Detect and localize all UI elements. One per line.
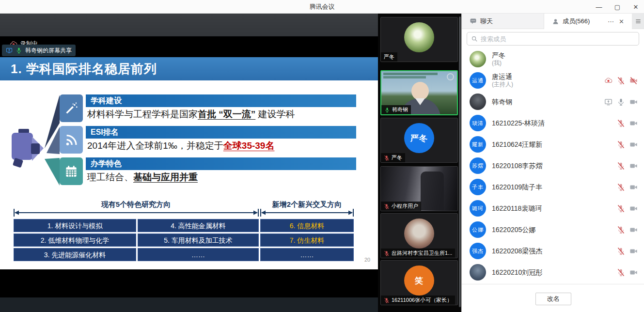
section-body-segment: 首批 “双一流” bbox=[198, 109, 255, 119]
member-row[interactable]: 严冬(我) bbox=[462, 48, 644, 70]
video-tile[interactable]: 严冬 bbox=[380, 17, 458, 62]
section-header: 学科建设 bbox=[86, 94, 356, 107]
cam-on-icon bbox=[629, 268, 638, 277]
panel-menu-button[interactable] bbox=[632, 14, 644, 29]
mic-muted-icon bbox=[617, 247, 625, 255]
video-tile[interactable]: 岔路河村李宝昌卫生所1... bbox=[380, 213, 458, 258]
cam-on-icon bbox=[629, 226, 638, 234]
member-row[interactable]: 运通唐运通(主持人) bbox=[462, 70, 644, 91]
section-body-segment: 建设学科 bbox=[255, 109, 295, 119]
tab-chat[interactable]: 聊天 bbox=[462, 14, 544, 29]
virtual-background-text bbox=[383, 73, 438, 75]
mic-muted-icon bbox=[617, 204, 625, 213]
table-cell: 1. 材料设计与模拟 bbox=[14, 219, 136, 232]
video-tile[interactable]: 小程序用户 bbox=[380, 166, 458, 211]
member-status-icons bbox=[617, 204, 638, 213]
members-panel: 聊天 成员(566) ⋯ ✕ 严冬(我)运通唐运通(主持人)韩奇钢琰清16210… bbox=[461, 14, 644, 312]
member-row[interactable]: 璐珂16220118裴璐珂 bbox=[462, 198, 644, 219]
shared-screen-bottom-band bbox=[0, 269, 378, 312]
close-icon[interactable]: ✕ bbox=[631, 2, 640, 11]
member-name: 16220205公娜 bbox=[492, 226, 617, 234]
video-tile[interactable]: 笑16211006张小可（家长） bbox=[380, 260, 458, 305]
video-tile[interactable]: 韩奇钢 bbox=[380, 70, 458, 115]
member-texts: 16220205公娜 bbox=[492, 226, 617, 234]
section-body-segment: 基础与应用并重 bbox=[133, 172, 198, 182]
member-row[interactable]: 强杰16220208梁强杰 bbox=[462, 240, 644, 262]
member-row[interactable]: 16220210刘冠彤 bbox=[462, 262, 644, 283]
mic-icon bbox=[384, 107, 390, 113]
mic-muted-icon bbox=[384, 297, 390, 303]
screen-share-label: 韩奇钢的屏幕共享 bbox=[25, 47, 72, 55]
avatar bbox=[404, 218, 434, 249]
cam-on-icon bbox=[629, 140, 638, 149]
member-search-input[interactable] bbox=[481, 35, 635, 43]
maximize-icon[interactable]: ▢ bbox=[613, 2, 622, 11]
slide-page-number: 20 bbox=[364, 257, 370, 263]
cam-on-icon bbox=[629, 119, 638, 127]
section-header: ESI排名 bbox=[86, 126, 356, 139]
section-header: 办学特色 bbox=[86, 157, 356, 170]
avatar bbox=[470, 264, 486, 281]
member-texts: 16220118裴璐珂 bbox=[492, 204, 617, 213]
member-texts: 严冬(我) bbox=[492, 51, 638, 67]
presentation-slide: 1. 学科国际排名稳居前列 学科建设材料科学与工程学科是国家首批 “双一流” 建… bbox=[0, 57, 378, 269]
screen-share-icon bbox=[6, 47, 13, 54]
avatar: 璐珂 bbox=[470, 200, 486, 217]
member-row[interactable]: 公娜16220205公娜 bbox=[462, 219, 644, 240]
member-status-icons bbox=[617, 162, 638, 170]
member-status-icons bbox=[604, 77, 638, 85]
mic-muted-icon bbox=[617, 140, 625, 149]
member-status-icons bbox=[617, 268, 638, 277]
member-row[interactable]: 子丰16220109陆子丰 bbox=[462, 176, 644, 198]
video-tile-name-label: 岔路河村李宝昌卫生所1... bbox=[381, 249, 455, 258]
member-row[interactable]: 韩奇钢 bbox=[462, 91, 644, 112]
avatar: 苏熠 bbox=[470, 157, 486, 174]
wand-icon bbox=[64, 101, 79, 116]
video-tile-name-label: 韩奇钢 bbox=[381, 105, 411, 114]
university-logo bbox=[447, 73, 454, 80]
meeting-window: 腾讯会议 — ▢ ✕ 录制中 1. 学科国际排名稳居前列 bbox=[0, 0, 644, 312]
rename-button[interactable]: 改名 bbox=[535, 293, 571, 305]
member-status-icons bbox=[604, 98, 638, 106]
window-controls: — ▢ ✕ bbox=[595, 0, 640, 14]
table-cell: 6. 信息材料 bbox=[260, 219, 354, 232]
close-panel-icon[interactable]: ✕ bbox=[619, 18, 624, 25]
avatar bbox=[404, 22, 434, 52]
cam-on-icon bbox=[629, 204, 638, 213]
avatar: 公娜 bbox=[470, 221, 486, 238]
cam-on-icon bbox=[629, 247, 638, 255]
table-cell: 4. 高性能金属材料 bbox=[138, 219, 259, 232]
member-texts: 16220208梁强杰 bbox=[492, 247, 617, 255]
member-row[interactable]: 苏熠16220108李苏熠 bbox=[462, 155, 644, 176]
cam-on-icon bbox=[629, 98, 638, 106]
member-role: (我) bbox=[492, 60, 638, 67]
participant-silhouette bbox=[411, 82, 429, 100]
tab-members-label: 成员(566) bbox=[563, 17, 590, 26]
member-status-icons bbox=[617, 140, 638, 149]
section-body-segment: 全球35-39名 bbox=[223, 140, 275, 151]
avatar: 笑 bbox=[404, 265, 434, 296]
participant-silhouette bbox=[421, 172, 444, 210]
member-role: (主持人) bbox=[492, 81, 604, 88]
screen-share-badge: 韩奇钢的屏幕共享 bbox=[2, 45, 76, 56]
shared-screen-top-band bbox=[0, 14, 378, 36]
section-body-segment: 理工结合、 bbox=[87, 172, 133, 182]
tab-members[interactable]: 成员(566) ⋯ ✕ bbox=[544, 14, 632, 29]
member-name: 16220108李苏熠 bbox=[492, 162, 617, 170]
member-texts: 韩奇钢 bbox=[492, 98, 604, 106]
minimize-icon[interactable]: — bbox=[595, 2, 603, 11]
video-tile-name-label: 小程序用户 bbox=[381, 202, 421, 211]
video-strip-scrollbar[interactable] bbox=[459, 16, 461, 307]
video-tile[interactable]: 严冬严冬 bbox=[380, 118, 458, 163]
member-texts: 唐运通(主持人) bbox=[492, 73, 604, 88]
more-icon[interactable]: ⋯ bbox=[608, 18, 614, 25]
member-name: 严冬 bbox=[492, 51, 638, 60]
member-row[interactable]: 琰清16210225-林琰清 bbox=[462, 112, 644, 134]
member-row[interactable]: 耀新16210624汪耀新 bbox=[462, 134, 644, 155]
cam-on-icon bbox=[629, 183, 638, 191]
member-texts: 16210225-林琰清 bbox=[492, 119, 617, 127]
mic-muted-icon bbox=[384, 203, 390, 209]
table-group1-label: 现有5个特色研究方向 bbox=[14, 200, 258, 209]
member-name: 16220210刘冠彤 bbox=[492, 268, 617, 277]
participant-name: 小程序用户 bbox=[392, 203, 418, 210]
